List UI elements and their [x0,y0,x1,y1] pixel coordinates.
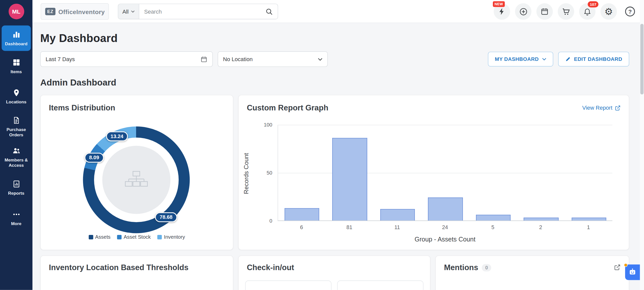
legend-item: Asset Stock [117,234,151,240]
donut-value-badge: 13.24 [106,132,128,141]
notifications-button[interactable]: 107 [579,3,595,20]
open-mentions-button[interactable] [614,264,621,272]
members-access-icon [12,147,20,155]
checkin-panel[interactable] [245,280,332,290]
logo-ez-badge: EZ [45,8,56,15]
custom-report-chart: Records Count Group - Assets Count 05010… [239,120,629,250]
legend-swatch [157,235,162,239]
sidebar-nav: DashboardItemsLocationsPurchase OrdersMe… [0,25,32,233]
topbar: EZ OfficeInventory All NEW [32,0,644,23]
date-range-picker[interactable]: Last 7 Days [40,51,213,67]
x-axis-category-label: 24 [421,224,469,230]
user-menu[interactable]: ML [0,0,32,23]
x-axis-category-label: 81 [326,224,373,230]
bar[interactable] [572,218,606,220]
search-input[interactable] [139,4,260,19]
cart-icon [562,7,570,16]
user-avatar: ML [8,4,24,19]
whats-new-button[interactable]: NEW [494,3,510,20]
external-link-icon [615,105,621,111]
checkout-panel[interactable] [337,280,423,290]
plot-area [278,125,613,221]
location-filter-value: No Location [223,56,253,62]
locations-icon [12,89,20,97]
dashboard-row-2: Inventory Location Based Thresholds Chec… [40,256,629,290]
y-axis-tick: 100 [253,122,272,128]
location-filter[interactable]: No Location [218,51,328,67]
chat-widget-button[interactable] [625,264,640,280]
sidebar-item-label: More [11,221,21,226]
calendar-button[interactable] [536,3,553,20]
sidebar-item-locations[interactable]: Locations [2,81,31,112]
bar[interactable] [524,218,558,220]
notification-count-badge: 107 [588,1,598,7]
x-axis-category-label: 5 [469,224,517,230]
bar[interactable] [428,197,463,221]
legend-swatch [117,235,122,239]
edit-dashboard-button[interactable]: EDIT DASHBOARD [558,52,629,67]
more-icon [12,210,20,218]
chevron-down-icon [318,58,323,60]
global-search: All [118,4,278,19]
mentions-card: Mentions 0 [435,256,629,290]
bar-slot [326,125,374,221]
scrollbar-thumb[interactable] [640,24,643,95]
gear-icon: ⚙ [605,7,613,16]
card-title: Custom Report Graph [247,103,328,112]
chevron-down-icon [131,10,135,13]
help-button[interactable]: ? [622,3,638,20]
sidebar-item-dashboard[interactable]: Dashboard [2,25,31,51]
card-header: Custom Report Graph View Report [247,103,621,112]
pencil-icon [565,56,571,62]
y-axis-label: Records Count [243,141,250,206]
card-title: Mentions [444,263,478,272]
cart-button[interactable] [558,3,574,20]
sidebar-item-label: Purchase Orders [2,127,31,137]
my-dashboard-button[interactable]: MY DASHBOARD [488,52,553,67]
calendar-icon [541,7,549,16]
sidebar: ML DashboardItemsLocationsPurchase Order… [0,0,32,290]
donut-hole [94,138,179,222]
date-range-value: Last 7 Days [46,56,75,62]
bar[interactable] [476,215,511,221]
reports-icon [12,180,20,188]
bar-slot [469,125,517,221]
sidebar-item-members-access[interactable]: Members & Access [2,142,31,173]
add-new-button[interactable] [515,3,531,20]
x-axis-category-label: 1 [565,224,612,230]
bar[interactable] [285,208,319,221]
sidebar-item-more[interactable]: More [2,203,31,233]
bar-slot [422,125,469,221]
legend-label: Inventory [164,234,185,240]
sidebar-item-label: Locations [6,99,26,105]
scrollbar[interactable] [640,0,644,290]
search-scope-dropdown[interactable]: All [118,4,139,19]
sidebar-item-label: Members & Access [2,157,31,168]
x-axis-label: Group - Assets Count [278,236,613,243]
help-icon: ? [625,7,635,16]
search-button[interactable] [260,4,278,19]
legend-item: Assets [89,234,110,240]
calendar-icon [200,56,208,63]
purchase-orders-icon [12,116,20,125]
custom-report-card: Custom Report Graph View Report Records … [238,95,629,250]
card-title: Check-in/out [247,263,422,272]
thresholds-card: Inventory Location Based Thresholds [40,256,233,290]
edit-dashboard-label: EDIT DASHBOARD [574,56,622,62]
bar[interactable] [380,209,415,221]
settings-button[interactable]: ⚙ [600,3,617,20]
dashboard-row-1: Items Distribution AssetsAsset StockInve… [40,95,629,250]
chat-widget-notification-dot [624,263,628,267]
sidebar-item-reports[interactable]: Reports [2,173,31,203]
x-axis-category-label: 11 [373,224,421,230]
bar[interactable] [333,138,367,221]
app-logo[interactable]: EZ OfficeInventory [41,3,109,20]
view-report-link[interactable]: View Report [582,105,621,111]
sidebar-item-items[interactable]: Items [2,51,31,81]
plus-circle-icon [519,7,528,16]
sidebar-item-label: Dashboard [5,41,28,46]
search-scope-label: All [123,8,129,14]
bar-slot [517,125,565,221]
sidebar-item-purchase-orders[interactable]: Purchase Orders [2,112,31,142]
sidebar-item-label: Reports [8,190,24,196]
